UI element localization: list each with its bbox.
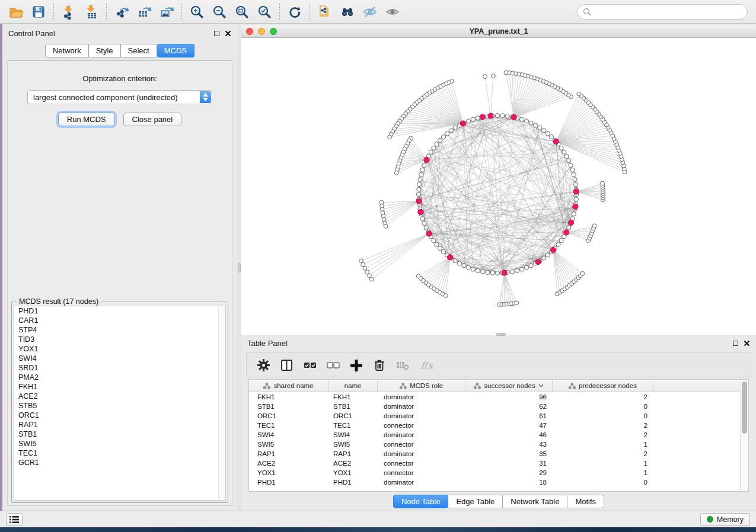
- cell-MCDS-role[interactable]: dominator: [378, 477, 465, 487]
- search-input[interactable]: [577, 4, 748, 20]
- deselect-all-button[interactable]: [323, 355, 342, 374]
- cell-shared-name[interactable]: TEC1: [249, 421, 328, 430]
- cell-predecessor-nodes[interactable]: 1: [553, 459, 653, 468]
- mcds-node-item[interactable]: STB1: [14, 430, 225, 439]
- export-table-button[interactable]: [133, 2, 155, 22]
- cell-predecessor-nodes[interactable]: 2: [553, 430, 653, 440]
- export-image-button[interactable]: [155, 2, 178, 22]
- cell-successor-nodes[interactable]: 47: [465, 421, 553, 430]
- table-row[interactable]: FKH1FKH1dominator962: [249, 392, 748, 402]
- cell-successor-nodes[interactable]: 61: [465, 411, 553, 421]
- memory-button[interactable]: Memory: [700, 513, 750, 526]
- cell-name[interactable]: ACE2: [328, 459, 378, 468]
- close-panel-button[interactable]: Close panel: [123, 113, 182, 126]
- cell-name[interactable]: PHD1: [328, 477, 378, 487]
- cell-name[interactable]: SWI5: [328, 440, 378, 449]
- mcds-node-item[interactable]: SRD1: [14, 363, 225, 373]
- cell-shared-name[interactable]: PHD1: [249, 477, 328, 487]
- zoom-in-button[interactable]: [186, 2, 208, 22]
- cell-predecessor-nodes[interactable]: 1: [553, 440, 653, 449]
- cell-predecessor-nodes[interactable]: 2: [553, 421, 653, 430]
- zoom-fit-button[interactable]: [231, 2, 253, 22]
- mcds-node-item[interactable]: GCR1: [14, 458, 225, 467]
- cell-shared-name[interactable]: RAP1: [249, 449, 328, 459]
- cell-predecessor-nodes[interactable]: 1: [553, 468, 653, 477]
- mcds-node-item[interactable]: STP4: [14, 325, 225, 335]
- mcds-node-item[interactable]: SWI5: [14, 439, 225, 448]
- mcds-node-item[interactable]: ACE2: [14, 392, 225, 401]
- cell-predecessor-nodes[interactable]: 0: [553, 477, 653, 487]
- cell-successor-nodes[interactable]: 43: [465, 440, 553, 449]
- cell-successor-nodes[interactable]: 96: [465, 392, 553, 402]
- float-table-panel-icon[interactable]: [733, 341, 738, 346]
- cell-shared-name[interactable]: STB1: [249, 402, 328, 411]
- export-network-button[interactable]: [110, 2, 133, 22]
- cell-name[interactable]: STB1: [328, 402, 378, 411]
- cell-MCDS-role[interactable]: connector: [378, 440, 465, 449]
- import-network-file-button[interactable]: [58, 2, 80, 22]
- cell-predecessor-nodes[interactable]: 2: [553, 449, 653, 459]
- mcds-node-item[interactable]: STB5: [14, 401, 225, 411]
- cell-successor-nodes[interactable]: 18: [465, 477, 553, 487]
- table-row[interactable]: SWI5SWI5connector431: [249, 440, 748, 449]
- cell-name[interactable]: RAP1: [328, 449, 378, 459]
- open-file-button[interactable]: [5, 2, 27, 22]
- tab-select[interactable]: Select: [121, 44, 157, 57]
- mcds-node-item[interactable]: ORC1: [14, 411, 225, 420]
- cell-name[interactable]: TEC1: [328, 421, 378, 430]
- cell-predecessor-nodes[interactable]: 0: [553, 402, 653, 411]
- cell-shared-name[interactable]: ACE2: [249, 459, 328, 468]
- network-window-titlebar[interactable]: YPA_prune.txt_1: [241, 25, 756, 38]
- cell-MCDS-role[interactable]: dominator: [378, 402, 465, 411]
- column-header-shared-name[interactable]: shared name: [249, 380, 328, 392]
- cell-MCDS-role[interactable]: dominator: [378, 392, 465, 402]
- cell-successor-nodes[interactable]: 35: [465, 449, 553, 459]
- result-list-scrollbar[interactable]: [218, 306, 225, 500]
- cell-shared-name[interactable]: SWI5: [249, 440, 328, 449]
- run-mcds-button[interactable]: Run MCDS: [58, 113, 115, 126]
- network-canvas[interactable]: [241, 38, 756, 334]
- table-scrollbar[interactable]: [740, 380, 748, 491]
- refresh-button[interactable]: [283, 2, 306, 22]
- mcds-node-item[interactable]: FKH1: [14, 382, 225, 392]
- tab-style[interactable]: Style: [89, 44, 121, 57]
- mcds-result-list[interactable]: PHD1CAR1STP4TID3YOX1SWI4SRD1PMA2FKH1ACE2…: [14, 306, 226, 501]
- table-row[interactable]: ORC1ORC1dominator610: [249, 411, 748, 421]
- table-row[interactable]: ACE2ACE2connector311: [249, 459, 748, 468]
- close-table-panel-icon[interactable]: [744, 340, 750, 347]
- cell-shared-name[interactable]: ORC1: [249, 411, 328, 421]
- zoom-out-button[interactable]: [208, 2, 231, 22]
- tab-node-table[interactable]: Node Table: [393, 495, 449, 508]
- cell-name[interactable]: ORC1: [328, 411, 378, 421]
- tab-edge-table[interactable]: Edge Table: [448, 495, 503, 508]
- zoom-selected-button[interactable]: [253, 2, 276, 22]
- float-panel-icon[interactable]: [214, 31, 219, 36]
- task-history-button[interactable]: [6, 513, 23, 526]
- cell-MCDS-role[interactable]: dominator: [378, 411, 465, 421]
- vertical-splitter[interactable]: [237, 25, 241, 511]
- cell-predecessor-nodes[interactable]: 2: [553, 392, 653, 402]
- cell-name[interactable]: FKH1: [328, 392, 378, 402]
- network-graph[interactable]: [241, 38, 756, 334]
- horizontal-splitter-grip[interactable]: [496, 333, 506, 336]
- find-button[interactable]: [336, 2, 359, 22]
- cell-shared-name[interactable]: YOX1: [249, 468, 328, 477]
- tab-motifs[interactable]: Motifs: [567, 495, 604, 508]
- table-row[interactable]: YOX1YOX1connector291: [249, 468, 748, 477]
- mcds-node-item[interactable]: TID3: [14, 335, 225, 344]
- table-row[interactable]: STB1STB1dominator620: [249, 402, 748, 411]
- column-header-predecessor-nodes[interactable]: predecessor nodes: [553, 380, 653, 392]
- cell-MCDS-role[interactable]: dominator: [378, 430, 465, 440]
- table-row[interactable]: TEC1TEC1connector472: [249, 421, 748, 430]
- cell-successor-nodes[interactable]: 46: [465, 430, 553, 440]
- cell-name[interactable]: YOX1: [328, 468, 378, 477]
- import-table-file-button[interactable]: [80, 2, 103, 22]
- tab-mcds[interactable]: MCDS: [157, 44, 194, 57]
- close-panel-icon[interactable]: [225, 30, 231, 37]
- table-row[interactable]: PHD1PHD1dominator180: [249, 477, 748, 487]
- cell-MCDS-role[interactable]: connector: [378, 459, 465, 468]
- mcds-node-item[interactable]: PHD1: [14, 306, 225, 316]
- cell-successor-nodes[interactable]: 29: [465, 468, 553, 477]
- mcds-node-item[interactable]: SWI4: [14, 354, 225, 363]
- column-header-successor-nodes[interactable]: successor nodes: [465, 380, 553, 392]
